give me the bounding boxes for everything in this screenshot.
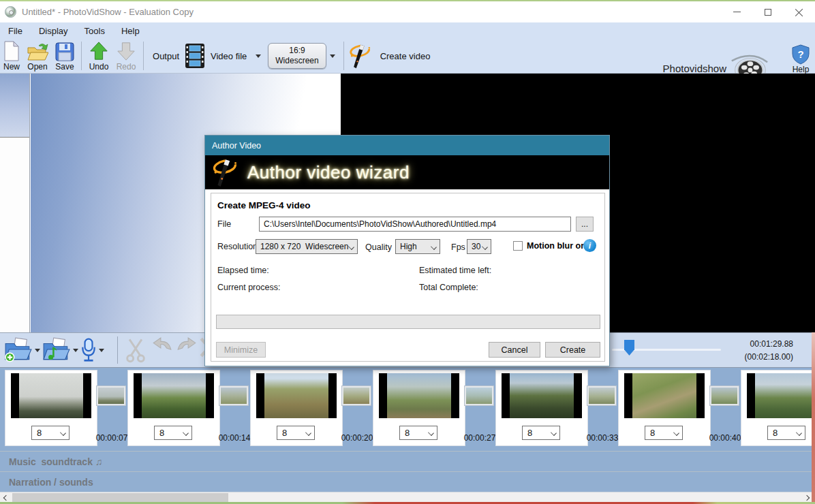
browse-button[interactable]: ... xyxy=(576,217,594,232)
cut-button xyxy=(124,337,147,363)
info-icon[interactable]: i xyxy=(583,239,596,252)
cancel-button[interactable]: Cancel xyxy=(489,342,540,358)
chevron-down-icon[interactable] xyxy=(99,349,104,352)
desktop-edge-right xyxy=(812,332,815,502)
add-music-button[interactable] xyxy=(42,337,78,363)
brand-name: Photovidshow xyxy=(663,63,726,74)
dialog-content-panel: Create MPEG-4 video File C:\Users\Intel\… xyxy=(211,193,605,362)
redo-button[interactable]: Redo xyxy=(113,40,139,72)
slide-card-7[interactable]: 8 xyxy=(741,371,815,445)
current-process-label: Current process: xyxy=(217,283,280,292)
slide-card-5[interactable]: 8 xyxy=(496,371,587,445)
estimated-time-label: Estimated time left: xyxy=(419,266,491,275)
chevron-down-icon xyxy=(305,430,311,436)
file-label: File xyxy=(217,219,231,229)
slide-duration-select[interactable]: 8 xyxy=(645,426,683,440)
slide-duration-select[interactable]: 8 xyxy=(767,426,805,440)
motion-blur-checkbox[interactable] xyxy=(513,241,523,251)
close-button[interactable] xyxy=(784,1,815,22)
slide-duration-select[interactable]: 8 xyxy=(399,426,437,440)
transition-time-3: 00:00:20 xyxy=(337,433,378,443)
transition-4[interactable] xyxy=(465,386,495,407)
music-track-label: Music soundtrack ♫ xyxy=(9,456,102,467)
minimize-button[interactable] xyxy=(721,1,752,22)
narration-track[interactable]: Narration / sounds xyxy=(0,471,815,492)
record-narration-button[interactable] xyxy=(80,337,104,363)
minimize-dialog-button: Minimize xyxy=(216,342,266,358)
transition-thumbnail xyxy=(465,386,493,405)
music-soundtrack-track[interactable]: Music soundtrack ♫ xyxy=(0,451,815,471)
aspect-ratio-button[interactable]: 16:9 Widescreen xyxy=(268,43,326,69)
slide-card-1[interactable]: 8 xyxy=(5,371,97,445)
transition-3[interactable] xyxy=(342,386,372,407)
transition-thumbnail xyxy=(342,386,371,405)
save-button[interactable]: Save xyxy=(52,40,77,72)
file-path-input[interactable]: C:\Users\Intel\Documents\PhotoVidShow\Au… xyxy=(259,217,571,232)
chevron-down-icon xyxy=(183,430,189,436)
transition-5[interactable] xyxy=(587,386,617,407)
menu-file[interactable]: File xyxy=(0,24,31,38)
new-button[interactable]: New xyxy=(1,40,22,72)
create-video-label: Create video xyxy=(380,51,431,61)
scissors-icon xyxy=(124,337,147,363)
scrollbar-thumb[interactable] xyxy=(12,493,228,502)
slide-card-3[interactable]: 8 xyxy=(251,371,342,445)
slide-duration-select[interactable]: 8 xyxy=(31,426,70,440)
transition-6[interactable] xyxy=(710,386,740,407)
transition-1[interactable] xyxy=(97,386,127,407)
chevron-down-icon xyxy=(431,244,437,250)
slide-thumbnail xyxy=(11,373,91,418)
slide-thumbnail xyxy=(502,373,582,418)
help-shield-icon: ? xyxy=(792,44,810,65)
horizontal-scrollbar[interactable] xyxy=(0,492,815,502)
aspect-line2: Widescreen xyxy=(275,56,318,66)
redo-label: Redo xyxy=(117,62,136,72)
dialog-title: Author Video xyxy=(212,141,261,151)
slide-duration-select[interactable]: 8 xyxy=(522,426,560,440)
video-file-dropdown[interactable]: Video file xyxy=(205,51,261,61)
quality-select[interactable]: High xyxy=(395,239,440,254)
slide-card-6[interactable]: 8 xyxy=(619,371,710,445)
transition-thumbnail xyxy=(710,386,739,405)
fps-select[interactable]: 30 xyxy=(467,239,491,254)
menu-display[interactable]: Display xyxy=(31,24,76,38)
app-disc-icon xyxy=(5,6,16,18)
toolbar-separator xyxy=(343,42,344,70)
scroll-left-button[interactable] xyxy=(0,492,12,503)
maximize-button[interactable] xyxy=(752,1,784,22)
fps-label: Fps xyxy=(451,242,465,252)
transition-time-4: 00:00:27 xyxy=(459,433,500,443)
magic-wand-icon xyxy=(211,157,242,188)
slide-card-4[interactable]: 8 xyxy=(373,371,465,445)
chevron-down-icon xyxy=(551,430,557,436)
chevron-down-icon[interactable] xyxy=(35,349,40,352)
section-title: Create MPEG-4 video xyxy=(217,200,311,210)
create-video-button[interactable]: Create video xyxy=(348,42,436,70)
create-button[interactable]: Create xyxy=(545,342,600,358)
slide-duration-select[interactable]: 8 xyxy=(277,426,315,440)
timeline-slider-handle[interactable] xyxy=(624,340,634,356)
slide-duration-select[interactable]: 8 xyxy=(154,426,192,440)
resolution-select[interactable]: 1280 x 720 Widescreen xyxy=(256,239,358,254)
menu-tools[interactable]: Tools xyxy=(76,24,113,38)
help-button[interactable]: ? Help xyxy=(792,44,810,74)
chevron-down-icon[interactable] xyxy=(73,349,78,352)
transition-time-2: 00:00:14 xyxy=(214,433,255,443)
add-photos-button[interactable] xyxy=(4,337,40,363)
output-label: Output xyxy=(153,51,179,61)
add-photos-icon xyxy=(4,337,33,363)
toolbar-separator xyxy=(143,42,144,70)
slide-list-thumbnail[interactable] xyxy=(0,74,29,138)
aspect-line1: 16:9 xyxy=(275,46,318,56)
undo-button[interactable]: Undo xyxy=(86,40,112,72)
slide-card-2[interactable]: 8 xyxy=(128,371,219,445)
chevron-down-icon xyxy=(348,244,354,250)
open-button[interactable]: Open xyxy=(24,40,51,72)
transition-time-1: 00:00:07 xyxy=(91,433,132,443)
aspect-dropdown-icon[interactable] xyxy=(330,54,335,58)
chevron-right-icon xyxy=(804,494,810,500)
menu-help[interactable]: Help xyxy=(113,24,148,38)
dialog-titlebar[interactable]: Author Video xyxy=(205,136,609,155)
slide-thumbnail xyxy=(747,373,815,418)
transition-2[interactable] xyxy=(219,386,249,407)
